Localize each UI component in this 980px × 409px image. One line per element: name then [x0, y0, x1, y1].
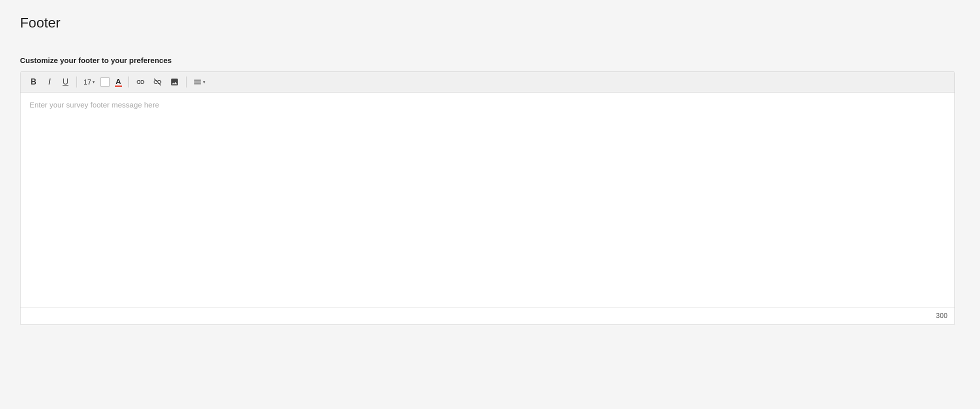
special-link-icon	[153, 78, 162, 86]
font-size-selector[interactable]: 17 ▾	[81, 76, 98, 88]
align-button[interactable]: ▾	[190, 76, 208, 88]
link-icon	[136, 78, 145, 86]
editor-placeholder: Enter your survey footer message here	[30, 100, 946, 109]
editor-content[interactable]	[30, 109, 946, 299]
divider-2	[128, 76, 129, 88]
color-picker-box[interactable]	[100, 78, 110, 86]
editor-body[interactable]: Enter your survey footer message here	[20, 92, 954, 307]
italic-button[interactable]: I	[42, 75, 56, 89]
font-color-bar	[115, 86, 122, 87]
font-color-letter: A	[116, 78, 121, 85]
char-count: 300	[20, 307, 954, 324]
editor-toolbar: B I U 17 ▾ A	[20, 72, 954, 92]
align-icon	[193, 78, 202, 86]
bold-button[interactable]: B	[26, 75, 40, 89]
image-button[interactable]	[167, 75, 182, 89]
link-button[interactable]	[133, 75, 148, 89]
image-icon	[170, 78, 179, 86]
underline-button[interactable]: U	[58, 75, 72, 89]
divider-3	[186, 76, 186, 88]
special-link-button[interactable]	[150, 75, 165, 89]
section-label: Customize your footer to your preference…	[20, 56, 960, 64]
page-title: Footer	[20, 15, 960, 31]
align-arrow: ▾	[203, 80, 206, 84]
svg-line-0	[154, 78, 161, 86]
font-size-value: 17	[84, 78, 92, 86]
font-size-arrow: ▾	[92, 80, 95, 84]
font-color-button[interactable]: A	[112, 76, 124, 88]
editor-container: B I U 17 ▾ A	[20, 72, 955, 325]
page-wrapper: Footer Customize your footer to your pre…	[0, 0, 980, 409]
divider-1	[76, 76, 77, 88]
